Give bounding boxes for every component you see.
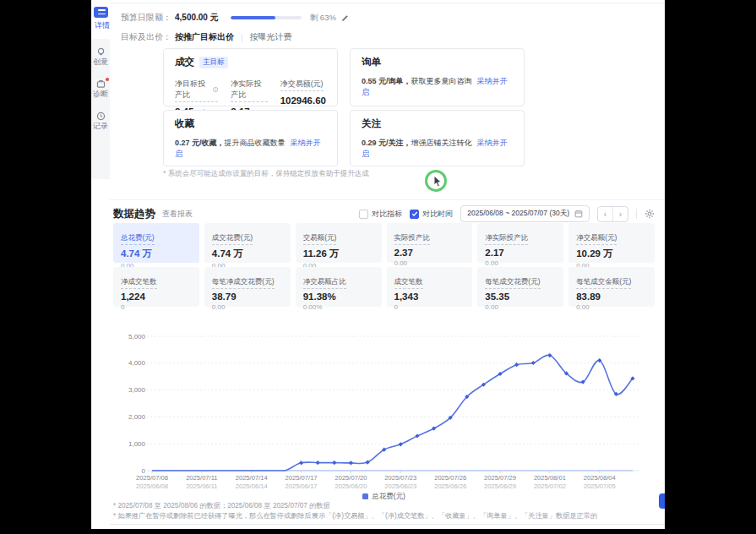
metric-value: 11.26 万 xyxy=(303,248,374,260)
trend-chart: 01,0002,0003,0004,0005,0002025/07/082025… xyxy=(113,328,655,493)
metric-label: 每笔净成交花费(元) xyxy=(212,277,275,289)
divider xyxy=(636,209,637,219)
metric-value: 1,224 xyxy=(121,292,192,302)
y-axis-label: 3,000 xyxy=(128,386,146,394)
tab-bid-by-goal[interactable]: 按推广目标出价 xyxy=(175,31,234,43)
metric-card[interactable]: 实际投产比2.370.00 xyxy=(387,223,473,263)
x-axis-label: 2025/08/01 xyxy=(534,474,566,482)
metric-value: 35.35 xyxy=(485,292,556,302)
metric-cards: 总花费(元)4.74 万0.00成交花费(元)4.74 万0.00交易额(元)1… xyxy=(113,223,655,307)
floating-side-button[interactable] xyxy=(659,493,665,509)
data-point-marker[interactable] xyxy=(299,460,303,465)
metric-label: 总花费(元) xyxy=(121,233,155,245)
metric-card[interactable]: 每笔净成交花费(元)38.790.00 xyxy=(204,267,291,307)
data-point-marker[interactable] xyxy=(399,442,403,446)
promotion-detail-icon[interactable] xyxy=(94,7,108,18)
metric-compare-value: 0.00 xyxy=(394,259,465,267)
data-point-marker[interactable] xyxy=(349,460,353,465)
goal-cards: 成交 主目标 净目标投产比 2.45 净实际投产比 2.17 净交易额( xyxy=(163,48,525,166)
x-axis-compare-label: 2025/06/11 xyxy=(186,482,217,490)
budget-edit-icon[interactable] xyxy=(341,14,349,22)
metric-value: 4.74 万 xyxy=(121,248,192,260)
metric-card[interactable]: 净交易额占比91.38%0.00% xyxy=(296,267,382,307)
checkbox-checked xyxy=(410,210,419,219)
y-axis-label: 1,000 xyxy=(128,440,146,448)
metric-compare-value: 0.00% xyxy=(303,303,374,311)
gear-icon[interactable] xyxy=(645,209,655,219)
metric-card[interactable]: 每笔成交花费(元)35.350.00 xyxy=(477,267,563,307)
goal-title: 关注 xyxy=(362,117,381,130)
app-viewport: 详情 创意 诊断 记录 预算日限额： 4,500.00 元 xyxy=(91,0,665,529)
metric-compare-value: 0.00 xyxy=(485,303,556,311)
sidebar-item-detail[interactable]: 详情 xyxy=(91,20,110,31)
metric-label: 净交易额(元) xyxy=(576,233,617,245)
data-point-marker[interactable] xyxy=(332,460,336,465)
data-point-marker[interactable] xyxy=(415,433,419,438)
metric-compare-value: 0 xyxy=(394,303,465,311)
tab-bid-by-impression[interactable]: 按曝光计费 xyxy=(250,31,292,43)
compare-metric-checkbox[interactable]: 对比指标 xyxy=(359,209,402,220)
budget-remaining: 剩 63% xyxy=(310,13,336,24)
y-axis-label: 4,000 xyxy=(128,359,146,367)
bulb-icon xyxy=(96,47,106,57)
metric-card[interactable]: 成交花费(元)4.74 万0.00 xyxy=(204,223,291,263)
metric-label: 净实际投产比 xyxy=(485,233,528,245)
date-pager: ‹ › xyxy=(597,206,628,222)
goal-title: 成交 xyxy=(175,56,194,68)
x-axis-compare-label: 2025/06/26 xyxy=(434,482,466,490)
sidebar-panel: 创意 诊断 记录 xyxy=(91,39,110,179)
sidebar-item-diagnosis[interactable]: 诊断 xyxy=(91,79,110,100)
trend-header: 数据趋势 查看报表 对比指标 对比时间 2025/06/08 ~ 2025/07… xyxy=(113,205,655,222)
data-point-marker[interactable] xyxy=(531,361,536,365)
metric-card[interactable]: 交易额(元)11.26 万0.00 xyxy=(296,223,382,263)
x-axis-label: 2025/07/17 xyxy=(286,474,318,482)
metric-label: 交易额(元) xyxy=(303,233,337,245)
metric-value: 91.38% xyxy=(303,292,374,302)
goal-title: 收藏 xyxy=(175,117,194,130)
compare-time-checkbox[interactable]: 对比时间 xyxy=(410,209,453,220)
metric-card[interactable]: 净交易额(元)10.29 万0.00 xyxy=(568,223,655,263)
metric-value: 10.29 万 xyxy=(576,248,647,260)
line-chart[interactable]: 01,0002,0003,0004,0005,0002025/07/082025… xyxy=(113,328,655,493)
metric-card[interactable]: 总花费(元)4.74 万0.00 xyxy=(113,223,199,263)
x-axis-compare-label: 2025/06/29 xyxy=(484,482,516,490)
mouse-cursor-icon xyxy=(432,175,443,188)
briefcase-icon xyxy=(96,79,106,89)
view-report-link[interactable]: 查看报表 xyxy=(162,209,193,220)
screen: 详情 创意 诊断 记录 预算日限额： 4,500.00 元 xyxy=(0,0,756,534)
clock-icon xyxy=(96,112,106,121)
prev-period-button[interactable]: ‹ xyxy=(598,207,612,221)
budget-progress xyxy=(231,16,302,19)
metric-card[interactable]: 成交笔数1,3430 xyxy=(387,267,473,307)
sidebar-item-history[interactable]: 记录 xyxy=(91,112,110,132)
main-goal-badge: 主目标 xyxy=(199,57,228,68)
date-range-picker[interactable]: 2025/06/08 ~ 2025/07/07 (30天) xyxy=(460,205,590,222)
info-icon[interactable] xyxy=(213,86,218,93)
metric-value: 2.37 xyxy=(394,248,465,258)
metric-card[interactable]: 每笔成交金额(元)83.890.00 xyxy=(568,267,655,307)
metric-label: 每笔成交花费(元) xyxy=(485,277,540,289)
metric-compare-value: 0 xyxy=(121,303,192,311)
metric-value: 83.89 xyxy=(576,292,647,302)
y-axis-label: 5,000 xyxy=(128,333,146,341)
next-period-button[interactable]: › xyxy=(612,207,628,221)
data-point-marker[interactable] xyxy=(316,460,320,465)
metric-value: 38.79 xyxy=(212,292,283,302)
metric-card[interactable]: 净实际投产比2.170.00 xyxy=(477,223,563,263)
x-axis-label: 2025/08/04 xyxy=(584,474,616,482)
main-line xyxy=(152,355,633,471)
data-point-marker[interactable] xyxy=(514,362,519,367)
metric-compare-value: 0.00 xyxy=(576,303,647,311)
metric-value: 4.74 万 xyxy=(212,248,283,260)
metric-card[interactable]: 净成交笔数1,2240 xyxy=(113,267,199,307)
goal-title: 询单 xyxy=(362,56,381,68)
metric-compare-value: 0.00 xyxy=(485,259,556,267)
goal-card-follow: 关注 0.29 元/关注，增强店铺关注转化采纳并开启 xyxy=(350,110,525,166)
x-axis-label: 2025/07/08 xyxy=(136,474,168,482)
x-axis-compare-label: 2025/06/20 xyxy=(334,482,367,490)
metric-value: 1,343 xyxy=(394,292,465,302)
x-axis-compare-label: 2025/07/05 xyxy=(584,482,616,490)
sidebar-item-creative[interactable]: 创意 xyxy=(91,47,110,68)
x-axis-compare-label: 2025/06/14 xyxy=(236,482,268,490)
x-axis-label: 2025/07/20 xyxy=(334,474,367,482)
